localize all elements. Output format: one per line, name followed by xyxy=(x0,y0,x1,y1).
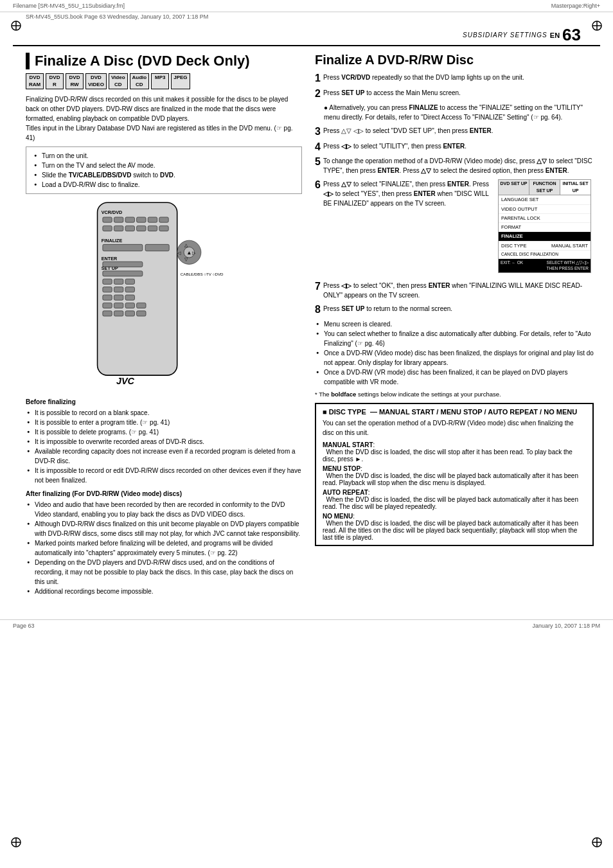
badge-dvd-r: DVDR xyxy=(46,73,64,89)
step-7-content: Press ◁▷ to select "OK", then press ENTE… xyxy=(323,281,594,300)
step-8-content: Press SET UP to return to the normal scr… xyxy=(323,304,594,315)
tv-header-function-setup: FUNCTION SET UP xyxy=(529,180,560,195)
step-1-content: Press VCR/DVD repeatedly so that the DVD… xyxy=(323,73,594,84)
no-menu-section: NO MENU: When the DVD disc is loaded, th… xyxy=(323,513,586,541)
prep-bullet-1: Turn on the unit. xyxy=(33,151,295,161)
before-finalizing-title: Before finalizing xyxy=(26,398,302,405)
en-label: EN xyxy=(550,31,560,39)
svg-rect-16 xyxy=(125,217,134,222)
svg-rect-48 xyxy=(114,295,123,300)
tv-row-format: FORMAT xyxy=(499,223,591,232)
after-step8-bullet-2: You can select whether to finalize a dis… xyxy=(315,329,594,348)
bottom-right-corner-mark xyxy=(591,836,603,849)
step-4-content: Press ◁▷ to select "UTILITY", then press… xyxy=(323,141,594,153)
after-finalizing-title: After finalizing (For DVD-R/RW (Video mo… xyxy=(26,490,302,497)
badge-video-cd: VideoCD xyxy=(109,73,128,89)
step-5-content: To change the operation method of a DVD-… xyxy=(323,156,594,175)
step-5: 5 To change the operation method of a DV… xyxy=(315,156,594,175)
tv-screen-header: DVD SET UP FUNCTION SET UP INITIAL SET U… xyxy=(499,180,591,195)
svg-rect-22 xyxy=(125,226,134,231)
after-step8-bullet-3: Once a DVD-RW (Video mode) disc has been… xyxy=(315,348,594,368)
page-footer: Page 63 January 10, 2007 1:18 PM xyxy=(0,619,613,632)
header-masterpage: Masterpage:Right+ xyxy=(551,3,600,9)
disc-type-box: ■ DISC TYPE — MANUAL START / MENU STOP /… xyxy=(315,403,594,546)
svg-text:▲: ▲ xyxy=(186,250,191,256)
svg-rect-47 xyxy=(103,295,112,300)
step-5-number: 5 xyxy=(315,156,321,175)
right-section-title: Finalize A DVD-R/RW Disc xyxy=(315,53,594,67)
before-bullet-2: It is possible to enter a program title.… xyxy=(26,418,302,427)
svg-rect-42 xyxy=(114,279,123,284)
step-2: 2 Press SET UP to access the Main Menu s… xyxy=(315,88,594,100)
asterisk-note: * The boldface settings below indicate t… xyxy=(315,391,594,398)
badge-jpeg: JPEG xyxy=(171,73,190,89)
left-section-title: Finalize A Disc (DVD Deck Only) xyxy=(26,53,302,69)
svg-text:CABLE/DBS ○TV ○DVD: CABLE/DBS ○TV ○DVD xyxy=(181,272,224,276)
svg-rect-18 xyxy=(148,217,157,222)
after-step8-bullets: Menu screen is cleared. You can select w… xyxy=(315,319,594,387)
svg-rect-17 xyxy=(137,217,146,222)
prep-bullet-3: Slide the TV/CABLE/DBS/DVD switch to DVD… xyxy=(33,170,295,180)
badge-dvd-video: DVDVIDEO xyxy=(85,73,107,89)
tv-row-disc-type: DISC TYPEMANUAL START xyxy=(499,242,591,251)
prep-bullet-4: Load a DVD-R/RW disc to finalize. xyxy=(33,180,295,190)
menu-stop-section: MENU STOP: When the DVD disc is loaded, … xyxy=(323,465,586,486)
before-bullet-5: Available recording capacity does not in… xyxy=(26,447,302,466)
after-bullets: Video and audio that have been recorded … xyxy=(26,500,302,596)
after-bullet-4: Depending on the DVD players and DVD-R/R… xyxy=(26,558,302,587)
disc-type-title: ■ DISC TYPE — MANUAL START / MENU STOP /… xyxy=(323,408,586,416)
tv-row-video-output: VIDEO OUTPUT xyxy=(499,205,591,214)
disc-badges: DVDRAM DVDR DVDRW DVDVIDEO VideoCD Audio… xyxy=(26,73,302,89)
before-bullet-4: It is impossible to overwrite recorded a… xyxy=(26,437,302,447)
badge-dvd-ram: DVDRAM xyxy=(26,73,44,89)
svg-rect-27 xyxy=(103,245,143,251)
step-8: 8 Press SET UP to return to the normal s… xyxy=(315,304,594,315)
page-number: 63 xyxy=(562,25,581,45)
tv-screen-footer: EXIT: ← OK SELECT WITH △▽◁▷THEN PRESS EN… xyxy=(499,259,591,273)
svg-rect-32 xyxy=(103,261,143,267)
svg-rect-54 xyxy=(103,311,112,316)
header-filename: Filename [SR-MV45_55U_11Subsidiary.fm] xyxy=(13,3,125,9)
after-step8-bullet-1: Menu screen is cleared. xyxy=(315,319,594,329)
tv-row-cancel: CANCEL DISC FINALIZATION xyxy=(499,251,591,259)
top-left-corner-mark xyxy=(10,19,22,32)
svg-rect-25 xyxy=(159,226,168,231)
tv-row-parental: PARENTAL LOCK xyxy=(499,214,591,223)
step-1: 1 Press VCR/DVD repeatedly so that the D… xyxy=(315,73,594,84)
bottom-left-corner-mark xyxy=(10,836,22,849)
prep-bullet-box: Turn on the unit. Turn on the TV and sel… xyxy=(26,146,302,194)
step-6-number: 6 xyxy=(315,179,321,277)
header-file-detail: SR-MV45_55US.book Page 63 Wednesday, Jan… xyxy=(0,12,613,20)
svg-rect-44 xyxy=(103,287,112,292)
svg-rect-21 xyxy=(114,226,123,231)
svg-rect-20 xyxy=(103,226,112,231)
svg-rect-53 xyxy=(137,303,146,308)
before-bullets: It is possible to record on a blank spac… xyxy=(26,408,302,485)
tv-row-finalize: FINALIZE xyxy=(499,232,591,241)
tv-screen: DVD SET UP FUNCTION SET UP INITIAL SET U… xyxy=(498,179,591,273)
remote-image-container: VCR/DVD FINALIZE xyxy=(26,199,302,392)
svg-rect-24 xyxy=(148,226,157,231)
step-2-content: Press SET UP to access the Main Menu scr… xyxy=(323,88,594,100)
svg-rect-41 xyxy=(103,279,112,284)
svg-rect-55 xyxy=(114,311,123,316)
svg-rect-19 xyxy=(159,217,168,222)
step-4-number: 4 xyxy=(315,141,321,153)
prep-bullet-2: Turn on the TV and select the AV mode. xyxy=(33,161,295,170)
svg-rect-28 xyxy=(145,245,169,251)
step-6: 6 DVD SET UP FUNCTION SET UP INITIAL SET… xyxy=(315,179,594,277)
manual-start-section: MANUAL START: When the DVD disc is loade… xyxy=(323,441,586,463)
svg-rect-51 xyxy=(114,303,123,308)
subsidiary-label: SUBSIDIARY SETTINGS xyxy=(463,31,547,39)
footer-page-label: Page 63 xyxy=(13,623,35,629)
prep-bullet-list: Turn on the unit. Turn on the TV and sel… xyxy=(33,151,295,190)
step-7-number: 7 xyxy=(315,281,321,300)
svg-rect-14 xyxy=(103,217,112,222)
svg-rect-23 xyxy=(137,226,146,231)
svg-rect-49 xyxy=(125,295,134,300)
svg-rect-52 xyxy=(125,303,134,308)
step-2-number: 2 xyxy=(315,88,321,100)
badge-audio-cd: AudioCD xyxy=(130,73,150,89)
page-header: Filename [SR-MV45_55U_11Subsidiary.fm] M… xyxy=(0,0,613,12)
after-bullet-1: Video and audio that have been recorded … xyxy=(26,500,302,519)
